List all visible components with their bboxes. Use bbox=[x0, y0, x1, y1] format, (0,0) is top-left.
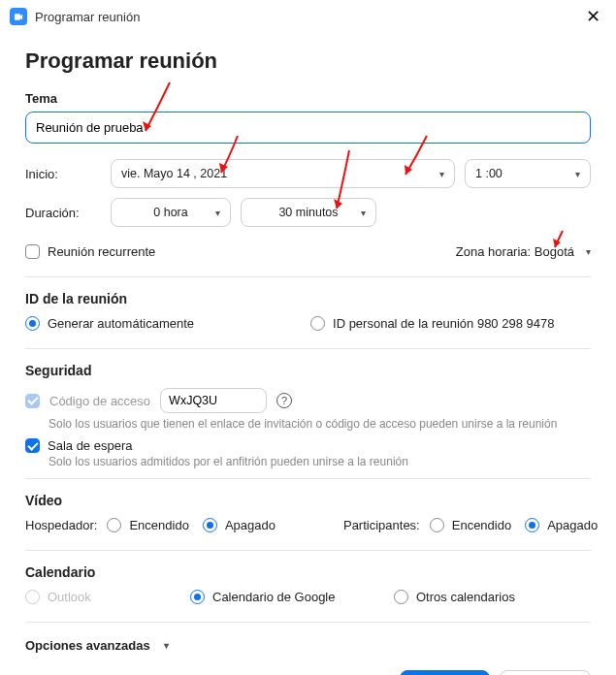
close-icon[interactable]: ✕ bbox=[580, 6, 606, 27]
radio-selected-icon bbox=[190, 590, 205, 604]
participants-video-label: Participantes: bbox=[343, 518, 420, 532]
duration-minutes-value: 30 minutos bbox=[278, 206, 338, 219]
participants-video-on-radio[interactable]: Encendido bbox=[430, 518, 511, 532]
timezone-select[interactable]: Zona horaria: Bogotá ▾ bbox=[456, 244, 591, 259]
calendar-other-label: Otros calendarios bbox=[416, 590, 515, 604]
host-video-label: Hospedador: bbox=[25, 518, 97, 532]
video-off-label: Apagado bbox=[225, 518, 276, 532]
radio-icon bbox=[107, 518, 121, 532]
calendar-header: Calendario bbox=[25, 564, 591, 580]
calendar-other-radio[interactable]: Otros calendarios bbox=[394, 590, 515, 604]
chevron-down-icon: ▾ bbox=[164, 640, 169, 651]
start-date-select[interactable]: vie. Mayo 14 , 2021 ▾ bbox=[111, 159, 455, 188]
video-on-label: Encendido bbox=[129, 518, 188, 532]
meeting-id-header: ID de la reunión bbox=[25, 291, 591, 306]
radio-disabled-icon bbox=[25, 590, 40, 604]
waiting-room-checkbox[interactable]: Sala de espera bbox=[25, 438, 591, 453]
duration-hours-value: 0 hora bbox=[153, 206, 187, 219]
meeting-id-personal-radio[interactable]: ID personal de la reunión 980 298 9478 bbox=[310, 316, 554, 331]
start-time-value: 1 :00 bbox=[475, 167, 503, 180]
advanced-options-toggle[interactable]: Opciones avanzadas ▾ bbox=[25, 638, 591, 653]
duration-row: Duración: 0 hora ▾ 30 minutos ▾ bbox=[25, 198, 591, 227]
security-header: Seguridad bbox=[25, 363, 591, 378]
help-icon[interactable]: ? bbox=[276, 393, 292, 408]
recurring-checkbox[interactable]: Reunión recurrente bbox=[25, 244, 155, 259]
duration-label: Duración: bbox=[25, 206, 101, 220]
passcode-checkbox bbox=[25, 394, 40, 408]
duration-hours-select[interactable]: 0 hora ▾ bbox=[111, 198, 231, 227]
radio-selected-icon bbox=[525, 518, 539, 532]
save-button[interactable]: Guardar bbox=[400, 670, 490, 675]
video-off-label: Apagado bbox=[547, 518, 598, 532]
duration-minutes-select[interactable]: 30 minutos ▾ bbox=[241, 198, 376, 227]
passcode-label: Código de acceso bbox=[49, 394, 150, 408]
video-on-label: Encendido bbox=[452, 518, 511, 532]
checkbox-icon bbox=[25, 244, 40, 259]
window-title: Programar reunión bbox=[35, 10, 580, 24]
start-row: Inicio: vie. Mayo 14 , 2021 ▾ 1 :00 ▾ bbox=[25, 159, 591, 188]
start-date-value: vie. Mayo 14 , 2021 bbox=[121, 167, 227, 180]
page-title: Programar reunión bbox=[25, 48, 591, 74]
radio-icon bbox=[430, 518, 444, 532]
radio-selected-icon bbox=[203, 518, 217, 532]
video-header: Vídeo bbox=[25, 493, 591, 508]
waiting-room-label: Sala de espera bbox=[48, 438, 132, 453]
start-time-select[interactable]: 1 :00 ▾ bbox=[465, 159, 591, 188]
meeting-id-auto-radio[interactable]: Generar automáticamente bbox=[25, 316, 194, 331]
host-video-on-radio[interactable]: Encendido bbox=[107, 518, 188, 532]
radio-icon bbox=[394, 590, 408, 604]
radio-icon bbox=[310, 316, 325, 331]
radio-selected-icon bbox=[25, 316, 40, 331]
participants-video-off-radio[interactable]: Apagado bbox=[525, 518, 598, 532]
calendar-google-radio[interactable]: Calendario de Google bbox=[190, 590, 374, 604]
chevron-down-icon: ▾ bbox=[586, 246, 591, 257]
zoom-logo-icon bbox=[10, 8, 27, 25]
advanced-options-label: Opciones avanzadas bbox=[25, 638, 150, 653]
topic-label: Tema bbox=[25, 91, 591, 106]
recurring-label: Reunión recurrente bbox=[48, 244, 155, 259]
topic-input[interactable] bbox=[25, 112, 591, 144]
cancel-button[interactable]: Cancelar bbox=[500, 670, 591, 675]
meeting-id-auto-label: Generar automáticamente bbox=[48, 316, 194, 331]
title-bar: Programar reunión ✕ bbox=[0, 0, 616, 33]
chevron-down-icon: ▾ bbox=[361, 208, 366, 218]
timezone-text: Zona horaria: Bogotá bbox=[456, 244, 574, 259]
meeting-id-personal-label: ID personal de la reunión 980 298 9478 bbox=[333, 316, 554, 331]
checkbox-checked-icon bbox=[25, 438, 40, 453]
start-label: Inicio: bbox=[25, 167, 101, 181]
host-video-off-radio[interactable]: Apagado bbox=[203, 518, 276, 532]
chevron-down-icon: ▾ bbox=[575, 169, 580, 179]
calendar-outlook-radio: Outlook bbox=[25, 590, 171, 604]
chevron-down-icon: ▾ bbox=[215, 208, 220, 218]
chevron-down-icon: ▾ bbox=[439, 169, 444, 179]
passcode-description: Solo los usuarios que tienen el enlace d… bbox=[49, 417, 591, 431]
waiting-room-description: Solo los usuarios admitidos por el anfit… bbox=[49, 455, 591, 468]
calendar-google-label: Calendario de Google bbox=[212, 590, 335, 604]
calendar-outlook-label: Outlook bbox=[48, 590, 91, 604]
passcode-input[interactable] bbox=[160, 388, 267, 413]
